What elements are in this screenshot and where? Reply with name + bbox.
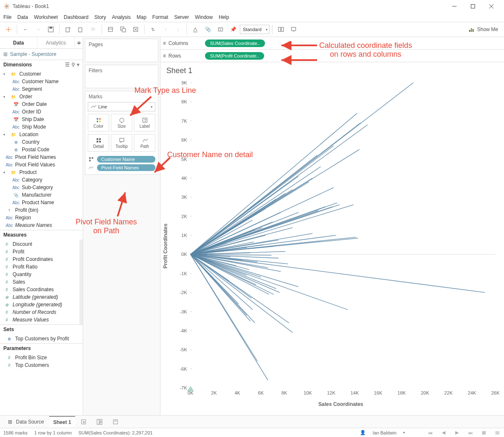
panel-menu-icon[interactable]: ≑ — [74, 37, 83, 48]
view-tabs-icon[interactable]: ▦ — [480, 429, 487, 436]
refresh-button[interactable]: ⟳ — [87, 24, 99, 35]
datasource-item[interactable]: ⊞ Sample - Superstore — [0, 49, 83, 60]
menu-format[interactable]: Format — [152, 14, 168, 20]
field-location[interactable]: ▾📁Location — [0, 131, 83, 138]
field-product-name[interactable]: AbcProduct Name — [0, 199, 83, 206]
tableau-icon[interactable] — [3, 24, 14, 35]
mark-pill[interactable]: Customer Name — [88, 156, 155, 163]
mark-tooltip-button[interactable]: Tooltip — [111, 134, 132, 152]
view-filmstrip-icon[interactable]: ▤ — [494, 429, 501, 436]
nav-last-icon[interactable]: ⏭ — [467, 429, 474, 436]
mark-label-button[interactable]: TLabel — [134, 114, 155, 132]
pages-card[interactable]: Pages — [85, 39, 158, 62]
menu-story[interactable]: Story — [94, 14, 106, 20]
data-tab[interactable]: Data — [0, 37, 37, 48]
field-sales-coordinates[interactable]: #Sales Coordinates — [0, 286, 83, 293]
pin-button[interactable]: 📌 — [227, 24, 239, 35]
menu-file[interactable]: File — [3, 14, 11, 20]
cards-button[interactable] — [275, 24, 287, 35]
field-measure-values[interactable]: #Measure Values — [0, 316, 83, 324]
field-pivot-field-names[interactable]: AbcPivot Field Names — [0, 153, 83, 161]
rows-shelf[interactable]: ≡Rows SUM(Profit Coordinate.. — [160, 50, 504, 62]
new-story-button[interactable] — [108, 416, 123, 428]
undo-button[interactable]: ← — [20, 24, 32, 35]
field-profit-coordinates[interactable]: #Profit Coordinates — [0, 255, 83, 263]
mark-color-button[interactable]: Color — [88, 114, 109, 132]
menu-dashboard[interactable]: Dashboard — [64, 14, 89, 20]
field-product[interactable]: ▾📁Product — [0, 168, 83, 176]
filters-card[interactable]: Filters — [85, 65, 158, 88]
field-region[interactable]: AbcRegion — [0, 214, 83, 221]
field-measure-names[interactable]: AbcMeasure Names — [0, 221, 83, 229]
field-order-date[interactable]: 📅Order Date — [0, 100, 83, 108]
field-profit-ratio[interactable]: #Profit Ratio — [0, 263, 83, 271]
mark-detail-button[interactable]: Detail — [88, 134, 109, 152]
redo-button[interactable]: → — [32, 24, 44, 35]
field-category[interactable]: AbcCategory — [0, 176, 83, 184]
data-source-tab[interactable]: ⊞Data Source — [3, 416, 48, 428]
mark-pill[interactable]: Pivot Field Names — [88, 164, 155, 171]
menu-caret-icon[interactable]: ▾ — [77, 62, 79, 68]
field-ship-mode[interactable]: AbcShip Mode — [0, 123, 83, 131]
pause-updates-button[interactable] — [75, 24, 87, 35]
field-customer-name[interactable]: AbcCustomer Name — [0, 78, 83, 85]
present-button[interactable] — [288, 24, 299, 35]
save-button[interactable] — [45, 24, 57, 35]
set-item[interactable]: ⊗Top Customers by Profit — [0, 335, 83, 342]
rows-pill[interactable]: SUM(Profit Coordinate.. — [205, 52, 264, 60]
analytics-tab[interactable]: Analytics — [37, 37, 74, 48]
clear-button[interactable] — [130, 24, 142, 35]
menu-worksheet[interactable]: Worksheet — [34, 14, 58, 20]
sheet-title[interactable]: Sheet 1 — [160, 62, 504, 77]
new-dashboard-button[interactable] — [92, 416, 107, 428]
field-customer[interactable]: ▾📁Customer — [0, 70, 83, 78]
search-icon[interactable]: ⚲ — [71, 62, 75, 68]
field-longitude-generated-[interactable]: ⊕Longitude (generated) — [0, 301, 83, 308]
view-list-icon[interactable]: ☰ — [65, 62, 70, 68]
nav-next-icon[interactable]: ▶ — [454, 429, 460, 436]
menu-window[interactable]: Window — [195, 14, 213, 20]
param-item[interactable]: #Profit Bin Size — [0, 354, 83, 361]
columns-pill[interactable]: SUM(Sales Coordinate.. — [205, 39, 265, 47]
minimize-button[interactable] — [445, 0, 464, 13]
swap-button[interactable] — [147, 24, 159, 35]
sort-asc-button[interactable]: ↑ — [160, 24, 171, 35]
sheet-1-tab[interactable]: Sheet 1 — [49, 416, 76, 428]
fit-select[interactable]: Standard — [240, 25, 270, 34]
new-worksheet-button[interactable] — [105, 24, 116, 35]
field-pivot-field-values[interactable]: AbcPivot Field Values — [0, 161, 83, 168]
field-discount[interactable]: #Discount — [0, 240, 83, 248]
group-button[interactable]: 📎 — [202, 24, 214, 35]
field-profit[interactable]: #Profit — [0, 248, 83, 255]
field-country[interactable]: ⊕Country — [0, 138, 83, 146]
sort-desc-button[interactable]: ↓ — [172, 24, 184, 35]
mark-path-button[interactable]: Path — [134, 134, 155, 152]
field-postal-code[interactable]: ⊕Postal Code — [0, 146, 83, 153]
new-sheet-button[interactable]: + — [76, 416, 91, 428]
menu-data[interactable]: Data — [17, 14, 28, 20]
field-quantity[interactable]: #Quantity — [0, 271, 83, 278]
columns-shelf[interactable]: ≡Columns SUM(Sales Coordinate.. — [160, 37, 504, 50]
field-order-id[interactable]: AbcOrder ID — [0, 108, 83, 116]
label-button[interactable]: T — [215, 24, 226, 35]
mark-size-button[interactable]: Size — [111, 114, 132, 132]
field-segment[interactable]: AbcSegment — [0, 85, 83, 93]
chart-canvas[interactable]: -7K-6K-5K-4K-3K-2K-1K0K1K2K3K4K5K6K7K8K9… — [160, 77, 504, 415]
field-order[interactable]: ▾📁Order — [0, 93, 83, 100]
highlight-button[interactable] — [189, 24, 201, 35]
menu-map[interactable]: Map — [136, 14, 146, 20]
field-ship-date[interactable]: 📅Ship Date — [0, 116, 83, 123]
param-item[interactable]: #Top Customers — [0, 361, 83, 369]
duplicate-button[interactable] — [117, 24, 129, 35]
nav-first-icon[interactable]: ⏮ — [427, 429, 433, 436]
field-profit-bin-[interactable]: ⫯Profit (bin) — [0, 206, 83, 214]
menu-analysis[interactable]: Analysis — [112, 14, 131, 20]
show-me-button[interactable]: Show Me — [465, 24, 501, 35]
nav-prev-icon[interactable]: ◀ — [440, 429, 447, 436]
new-datasource-button[interactable]: + — [62, 24, 74, 35]
maximize-button[interactable] — [464, 0, 482, 13]
field-number-of-records[interactable]: #Number of Records — [0, 308, 83, 316]
mark-type-select[interactable]: Line — [88, 102, 155, 111]
menu-server[interactable]: Server — [174, 14, 189, 20]
field-sales[interactable]: #Sales — [0, 278, 83, 286]
